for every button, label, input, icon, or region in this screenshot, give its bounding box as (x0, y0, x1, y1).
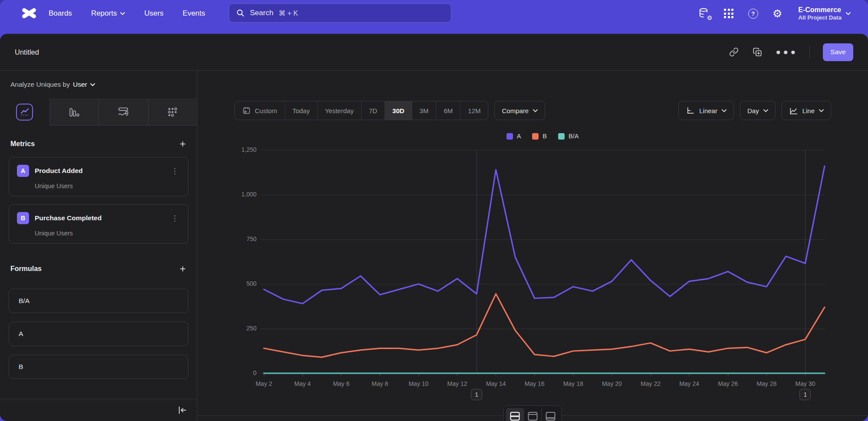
duplicate-icon[interactable] (752, 47, 763, 57)
app-window: BoardsReportsUsersEvents Search ⌘ + K ⚙ … (0, 0, 868, 421)
top-nav: BoardsReportsUsersEvents Search ⌘ + K ⚙ … (0, 0, 868, 34)
annotation-badge[interactable]: 1 (471, 389, 482, 400)
metric-measure[interactable]: Unique Users (35, 230, 180, 237)
gear-mini-icon: ⚙ (707, 14, 713, 21)
x-axis-label: May 24 (670, 380, 709, 387)
project-scope: All Project Data (798, 14, 842, 22)
nav-item-reports[interactable]: Reports (91, 9, 125, 18)
add-formula-button[interactable]: + (180, 264, 186, 274)
series-line-b (264, 294, 825, 357)
x-axis-label: May 12 (438, 380, 477, 387)
analyze-label: Analyze Uniques by (10, 81, 70, 88)
x-axis-label: May 26 (708, 380, 747, 387)
nav-right-cluster: ⚙ ? ⚙ E-Commerce All Project Data (698, 6, 851, 22)
project-switcher[interactable]: E-Commerce All Project Data (798, 6, 851, 22)
x-axis-label: May 10 (399, 380, 438, 387)
search-shortcut: ⌘ + K (279, 9, 298, 17)
collapse-sidebar-icon[interactable] (177, 405, 187, 415)
y-axis-label: 250 (213, 325, 256, 332)
bar-chart-icon (68, 106, 80, 118)
save-button[interactable]: Save (823, 43, 853, 61)
dots-grid-icon (167, 106, 178, 118)
chevron-down-icon (120, 12, 125, 15)
report-header: Untitled ● ● ● Save (0, 34, 868, 71)
visualization-tabs (0, 98, 197, 126)
add-metric-button[interactable]: + (180, 139, 186, 149)
nav-menu: BoardsReportsUsersEvents (49, 9, 205, 18)
more-options-icon[interactable]: ● ● ● (776, 47, 796, 57)
metric-letter-badge: B (17, 212, 29, 224)
line-chart-icon (16, 104, 33, 121)
layout-top-button[interactable] (524, 408, 542, 421)
mixpanel-logo-icon[interactable] (19, 5, 39, 22)
x-axis-label: May 8 (360, 380, 399, 387)
nav-item-users[interactable]: Users (144, 9, 163, 18)
chevron-down-icon (90, 83, 95, 86)
data-management-icon[interactable]: ⚙ (698, 7, 710, 20)
y-axis-label: 500 (213, 280, 256, 287)
search-input[interactable]: Search ⌘ + K (229, 3, 451, 23)
tab-flow[interactable] (99, 98, 148, 126)
chart-plot-area: 02505007501,0001,250May 2May 4May 6May 8… (197, 71, 868, 421)
query-sidebar: Analyze Uniques by User (0, 71, 197, 421)
formula-expression: B (19, 363, 23, 371)
apps-grid-icon[interactable] (723, 7, 735, 20)
formula-card[interactable]: A (9, 322, 188, 346)
tab-bar-chart[interactable] (49, 98, 99, 126)
chevron-down-icon (846, 12, 851, 15)
annotation-badge[interactable]: 1 (799, 389, 811, 400)
nav-item-label: Reports (91, 9, 117, 18)
x-axis-label: May 16 (515, 380, 554, 387)
metric-card[interactable]: BPurchase Completed⋮Unique Users (9, 204, 188, 244)
metric-measure[interactable]: Unique Users (35, 183, 180, 189)
search-icon (236, 9, 245, 17)
x-axis-label: May 30 (786, 380, 825, 387)
x-axis-label: May 22 (631, 380, 670, 387)
y-axis-label: 1,250 (213, 146, 256, 153)
formula-expression: A (19, 330, 23, 338)
nav-item-label: Boards (49, 9, 72, 18)
metric-name: Purchase Completed (35, 214, 102, 222)
x-axis-label: May 28 (747, 380, 786, 387)
formulas-section-title: Formulas (10, 265, 42, 273)
tab-metrics-grid[interactable] (148, 98, 197, 126)
nav-item-boards[interactable]: Boards (49, 9, 72, 18)
report-title[interactable]: Untitled (15, 48, 39, 56)
report-card: Untitled ● ● ● Save Analyze Uniques by (0, 34, 868, 421)
panel-layout-toggle (503, 405, 562, 421)
y-axis-label: 0 (213, 369, 256, 376)
help-icon[interactable]: ? (747, 7, 759, 20)
tab-insights-line[interactable] (0, 98, 49, 126)
x-axis-label: May 6 (322, 380, 361, 387)
metric-menu-icon[interactable]: ⋮ (169, 166, 180, 176)
y-axis-label: 1,000 (213, 191, 256, 198)
metrics-section-title: Metrics (10, 140, 35, 148)
formula-card[interactable]: B (9, 355, 188, 379)
x-axis-label: May 20 (592, 380, 631, 387)
project-name: E-Commerce (798, 6, 842, 14)
x-axis-label: May 4 (283, 380, 322, 387)
y-axis-label: 750 (213, 235, 256, 242)
nav-item-events[interactable]: Events (183, 9, 205, 18)
x-axis-label: May 18 (554, 380, 593, 387)
metric-menu-icon[interactable]: ⋮ (169, 214, 180, 223)
search-placeholder: Search (250, 9, 273, 17)
analyze-by-dropdown[interactable]: User (73, 81, 95, 88)
formula-card[interactable]: B/A (9, 289, 188, 313)
settings-gear-icon[interactable]: ⚙ (771, 7, 783, 20)
sidebar-footer (0, 399, 197, 421)
flow-icon (117, 106, 129, 118)
x-axis-label: May 14 (477, 380, 516, 387)
layout-bottom-button[interactable] (542, 408, 559, 421)
formula-expression: B/A (19, 297, 30, 305)
layout-split-button[interactable] (506, 408, 524, 421)
metric-card[interactable]: AProduct Added⋮Unique Users (9, 157, 188, 196)
x-axis-label: May 2 (244, 380, 283, 387)
nav-item-label: Users (144, 9, 163, 18)
divider (809, 46, 810, 58)
chart-panel: CustomTodayYesterday7D30D3M6M12M Compare… (197, 71, 868, 421)
metric-letter-badge: A (17, 165, 29, 177)
copy-link-icon[interactable] (729, 47, 739, 57)
series-line-a (264, 166, 825, 304)
metric-name: Product Added (35, 167, 83, 175)
